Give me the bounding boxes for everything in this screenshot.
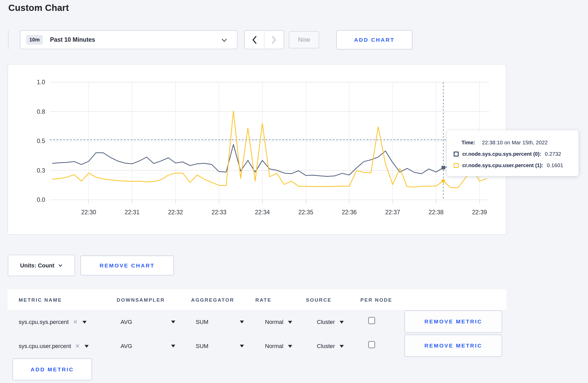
col-header-metric-name: METRIC NAME bbox=[19, 297, 62, 303]
custom-chart-page: Custom Chart 10m Past 10 Minutes Now ADD… bbox=[0, 0, 588, 383]
col-header-rate: RATE bbox=[255, 297, 271, 303]
aggregator-value: SUM bbox=[196, 343, 208, 350]
page-title: Custom Chart bbox=[8, 3, 69, 13]
rate-select[interactable]: Normal bbox=[265, 319, 292, 325]
col-header-per-node: PER NODE bbox=[360, 297, 392, 303]
chart-card: 0.00.30.50.81.022:3022:3122:3222:3322:34… bbox=[8, 64, 506, 235]
toolbar-divider bbox=[8, 30, 9, 49]
time-next-button[interactable] bbox=[264, 31, 284, 49]
source-value: Cluster bbox=[317, 343, 335, 350]
tooltip-sys-name: cr.node.sys.cpu.sys.percent (0): bbox=[462, 151, 541, 157]
caret-down-icon[interactable] bbox=[240, 321, 244, 323]
caret-down-icon bbox=[288, 321, 292, 324]
user-series-swatch-icon bbox=[454, 163, 459, 168]
chevron-down-icon bbox=[221, 38, 227, 43]
chart-tooltip: Time: 22:38:10 on Mar 15th, 2022 cr.node… bbox=[447, 130, 579, 176]
per-node-checkbox[interactable] bbox=[368, 317, 375, 324]
remove-metric-x-icon[interactable]: ✕ bbox=[73, 319, 78, 325]
downsampler-select[interactable]: AVG bbox=[121, 319, 132, 325]
metric-name-dropdown[interactable]: sys.cpu.sys.percent ✕ bbox=[19, 319, 87, 325]
svg-text:22:30: 22:30 bbox=[81, 209, 96, 216]
aggregator-select[interactable]: SUM bbox=[196, 343, 208, 350]
svg-text:22:33: 22:33 bbox=[212, 209, 227, 216]
svg-text:22:34: 22:34 bbox=[255, 209, 270, 216]
col-header-aggregator: AGGREGATOR bbox=[191, 297, 234, 303]
cpu-percent-line-chart[interactable]: 0.00.30.50.81.022:3022:3122:3222:3322:34… bbox=[8, 65, 507, 235]
caret-down-icon bbox=[340, 321, 344, 324]
tooltip-time-label: Time: bbox=[461, 140, 475, 146]
svg-text:22:37: 22:37 bbox=[385, 209, 400, 216]
svg-text:22:35: 22:35 bbox=[298, 209, 313, 216]
sys-series-swatch-icon bbox=[454, 152, 459, 157]
time-prev-button[interactable] bbox=[245, 31, 264, 49]
svg-text:0.5: 0.5 bbox=[37, 138, 45, 144]
caret-down-icon[interactable] bbox=[240, 345, 244, 347]
rate-select[interactable]: Normal bbox=[265, 343, 292, 350]
now-button[interactable]: Now bbox=[289, 31, 319, 48]
col-header-downsampler: DOWNSAMPLER bbox=[117, 297, 165, 303]
downsampler-value: AVG bbox=[121, 343, 132, 350]
svg-text:0.0: 0.0 bbox=[37, 196, 45, 203]
downsampler-value: AVG bbox=[121, 319, 132, 325]
time-range-badge: 10m bbox=[26, 35, 43, 45]
caret-down-icon bbox=[340, 345, 344, 348]
time-nav-group bbox=[244, 30, 284, 49]
svg-text:0.8: 0.8 bbox=[37, 108, 45, 115]
aggregator-value: SUM bbox=[196, 319, 208, 325]
remove-metric-button[interactable]: REMOVE METRIC bbox=[404, 310, 502, 333]
chevron-down-icon bbox=[58, 264, 62, 267]
per-node-checkbox[interactable] bbox=[368, 341, 375, 348]
rate-value: Normal bbox=[265, 319, 283, 325]
svg-text:1.0: 1.0 bbox=[37, 79, 45, 86]
units-dropdown[interactable]: Units: Count bbox=[8, 255, 75, 276]
source-select[interactable]: Cluster bbox=[317, 319, 344, 325]
aggregator-select[interactable]: SUM bbox=[196, 319, 208, 325]
caret-down-icon[interactable] bbox=[171, 345, 175, 347]
source-value: Cluster bbox=[317, 319, 335, 325]
metric-name-label: sys.cpu.sys.percent bbox=[19, 319, 69, 325]
add-chart-button[interactable]: ADD CHART bbox=[336, 30, 412, 49]
downsampler-select[interactable]: AVG bbox=[121, 343, 132, 350]
tooltip-user-name: cr.node.sys.cpu.user.percent (1): bbox=[462, 162, 543, 168]
svg-text:22:31: 22:31 bbox=[125, 209, 140, 216]
svg-text:22:36: 22:36 bbox=[342, 209, 357, 216]
svg-text:22:38: 22:38 bbox=[429, 209, 444, 216]
time-range-select[interactable]: 10m Past 10 Minutes bbox=[20, 30, 237, 49]
remove-chart-button[interactable]: REMOVE CHART bbox=[80, 256, 174, 275]
svg-text:22:32: 22:32 bbox=[168, 209, 183, 216]
svg-text:0.3: 0.3 bbox=[37, 167, 45, 174]
add-metric-button[interactable]: ADD METRIC bbox=[12, 358, 92, 380]
tooltip-sys-value: 0.2732 bbox=[545, 151, 561, 157]
tooltip-time-value: 22:38:10 on Mar 15th, 2022 bbox=[482, 140, 548, 146]
caret-down-icon bbox=[288, 345, 292, 348]
caret-down-icon[interactable] bbox=[171, 321, 175, 323]
rate-value: Normal bbox=[265, 343, 283, 350]
remove-metric-button[interactable]: REMOVE METRIC bbox=[404, 335, 502, 357]
source-select[interactable]: Cluster bbox=[317, 343, 344, 350]
time-range-label: Past 10 Minutes bbox=[50, 36, 95, 43]
tooltip-user-value: 0.1601 bbox=[547, 162, 563, 168]
remove-metric-x-icon[interactable]: ✕ bbox=[75, 343, 80, 350]
metric-name-label: sys.cpu.user.percent bbox=[19, 343, 71, 350]
units-label: Units: Count bbox=[20, 262, 54, 269]
caret-down-icon bbox=[85, 345, 89, 348]
col-header-source: SOURCE bbox=[306, 297, 332, 303]
metric-name-dropdown[interactable]: sys.cpu.user.percent ✕ bbox=[19, 343, 89, 350]
svg-text:22:39: 22:39 bbox=[472, 209, 487, 216]
caret-down-icon bbox=[82, 321, 87, 324]
